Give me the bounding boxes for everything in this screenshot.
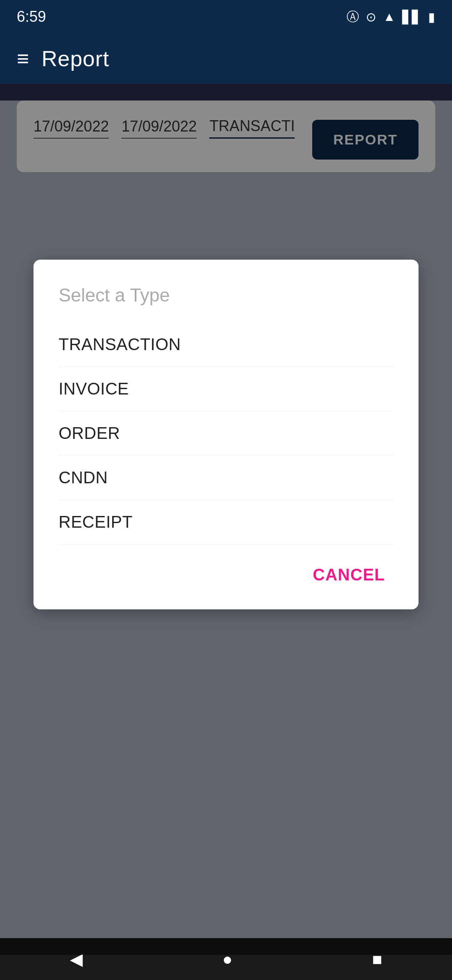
option-cndn[interactable]: CNDN	[59, 456, 393, 500]
menu-icon[interactable]: ≡	[17, 46, 29, 71]
status-time: 6:59	[17, 8, 46, 26]
main-content: 17/09/2022 17/09/2022 TRANSACTI REPORT S…	[0, 101, 452, 955]
battery-icon: ▮	[428, 10, 435, 24]
app-title: Report	[41, 46, 109, 71]
option-order[interactable]: ORDER	[59, 411, 393, 456]
app-bar: ≡ Report	[0, 34, 452, 84]
dashboard-icon: ⊙	[366, 10, 376, 24]
type-selection-dialog: Select a Type TRANSACTION INVOICE ORDER …	[33, 260, 419, 609]
status-bar: 6:59 Ⓐ ⊙ ▲ ▋▋ ▮	[0, 0, 452, 34]
signal-a-icon: Ⓐ	[347, 8, 359, 26]
status-icons: Ⓐ ⊙ ▲ ▋▋ ▮	[347, 8, 435, 26]
wifi-icon: ▲	[383, 10, 396, 24]
option-invoice[interactable]: INVOICE	[59, 367, 393, 411]
option-receipt[interactable]: RECEIPT	[59, 500, 393, 544]
network-icon: ▋▋	[402, 10, 421, 24]
cancel-button[interactable]: CANCEL	[304, 561, 393, 588]
dialog-actions: CANCEL	[59, 561, 393, 588]
option-transaction[interactable]: TRANSACTION	[59, 322, 393, 367]
dialog-title: Select a Type	[59, 285, 393, 306]
